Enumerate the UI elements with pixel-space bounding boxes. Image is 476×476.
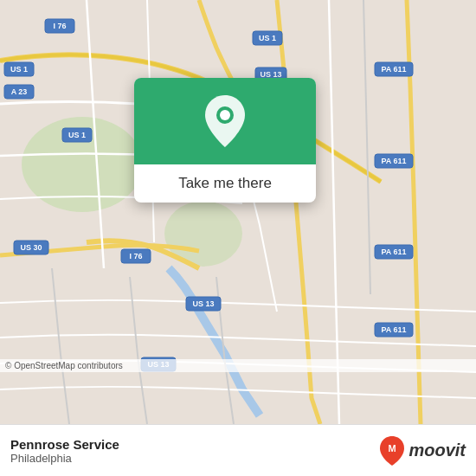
popup-card-body[interactable]: Take me there xyxy=(134,164,316,203)
copyright-text: © OpenStreetMap contributors xyxy=(5,361,123,370)
svg-text:A 23: A 23 xyxy=(11,87,28,96)
svg-text:US 13: US 13 xyxy=(192,299,214,308)
svg-text:M: M xyxy=(389,443,396,453)
popup-card-header xyxy=(134,78,316,164)
location-city: Philadelphia xyxy=(10,452,119,465)
svg-text:US 30: US 30 xyxy=(20,243,42,252)
moovit-text: moovit xyxy=(408,441,466,460)
svg-text:PA 611: PA 611 xyxy=(381,325,406,334)
location-info: Pennrose Service Philadelphia xyxy=(10,437,119,465)
svg-text:PA 611: PA 611 xyxy=(381,248,406,256)
moovit-pin-icon: M xyxy=(379,435,405,466)
map-container: I 76 US 1 US 1 A 23 US 13 PA 611 US 1 PA… xyxy=(0,0,476,424)
location-name: Pennrose Service xyxy=(10,437,119,452)
copyright-bar: © OpenStreetMap contributors xyxy=(0,359,476,372)
svg-text:PA 611: PA 611 xyxy=(381,157,406,165)
location-pin-icon xyxy=(202,93,248,149)
svg-text:US 1: US 1 xyxy=(10,65,28,74)
take-me-there-button[interactable]: Take me there xyxy=(178,175,272,192)
svg-text:I 76: I 76 xyxy=(129,252,142,261)
svg-text:US 1: US 1 xyxy=(68,131,86,139)
svg-point-32 xyxy=(220,110,230,120)
svg-text:I 76: I 76 xyxy=(53,22,66,30)
moovit-logo[interactable]: M moovit xyxy=(379,435,466,466)
svg-text:US 1: US 1 xyxy=(259,34,276,42)
svg-text:PA 611: PA 611 xyxy=(381,65,406,74)
popup-card: Take me there xyxy=(134,78,316,203)
bottom-bar: Pennrose Service Philadelphia M moovit xyxy=(0,424,476,476)
